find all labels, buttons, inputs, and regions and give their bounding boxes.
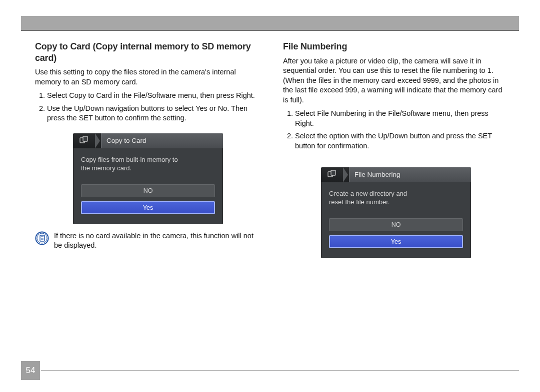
option-yes[interactable]: Yes: [329, 235, 463, 248]
chevron-right-icon: [343, 167, 348, 182]
camera-ui-copy-to-card: Copy to Card Copy files from built-in me…: [73, 133, 223, 224]
camera-ui-header: Copy to Card: [73, 133, 223, 148]
step: Select File Numbering in the File/Softwa…: [295, 109, 509, 128]
camera-ui-title: Copy to Card: [101, 133, 223, 148]
svg-rect-1: [83, 136, 88, 141]
camera-ui-body: Copy files from built-in memory to the m…: [73, 148, 223, 177]
step: Use the Up/Down navigation buttons to se…: [47, 104, 261, 123]
intro-copy-to-card: Use this setting to copy the files store…: [35, 67, 261, 87]
col-copy-to-card: Copy to Card (Copy internal memory to SD…: [35, 41, 261, 265]
camera-ui-title: File Numbering: [349, 167, 471, 182]
camera-ui-body: Create a new directory and reset the fil…: [321, 182, 471, 211]
camera-ui-body-line: the memory card.: [81, 164, 215, 173]
camera-ui-body-line: Copy files from built-in memory to: [81, 155, 215, 164]
step: Select Copy to Card in the File/Software…: [47, 91, 261, 101]
camera-ui-file-numbering: File Numbering Create a new directory an…: [321, 167, 471, 258]
heading-copy-to-card: Copy to Card (Copy internal memory to SD…: [35, 41, 261, 63]
heading-file-numbering: File Numbering: [283, 41, 509, 52]
note-icon: [35, 231, 49, 248]
memory-card-icon: [73, 136, 95, 145]
camera-ui-options: NO Yes: [321, 211, 471, 258]
memory-card-icon: [321, 170, 343, 179]
col-file-numbering: File Numbering After you take a picture …: [283, 41, 509, 265]
option-no[interactable]: NO: [81, 184, 215, 197]
steps-file-numbering: Select File Numbering in the File/Softwa…: [283, 109, 509, 151]
option-yes[interactable]: Yes: [81, 201, 215, 214]
page-content: Copy to Card (Copy internal memory to SD…: [35, 41, 509, 265]
page-top-bar: [21, 16, 519, 31]
camera-ui-body-line: reset the file number.: [329, 198, 463, 207]
svg-rect-9: [331, 170, 336, 175]
step: Select the option with the Up/Down butto…: [295, 131, 509, 151]
camera-ui-options: NO Yes: [73, 177, 223, 224]
option-no[interactable]: NO: [329, 218, 463, 231]
intro-file-numbering: After you take a picture or video clip, …: [283, 56, 509, 105]
page-number: 54: [21, 361, 40, 380]
camera-ui-body-line: Create a new directory and: [329, 189, 463, 198]
steps-copy-to-card: Select Copy to Card in the File/Software…: [35, 91, 261, 123]
chevron-right-icon: [95, 133, 100, 148]
camera-ui-header: File Numbering: [321, 167, 471, 182]
note-copy-to-card: If there is no card available in the cam…: [35, 231, 261, 251]
note-text: If there is no card available in the cam…: [54, 231, 261, 251]
footer-rule: [41, 370, 519, 371]
